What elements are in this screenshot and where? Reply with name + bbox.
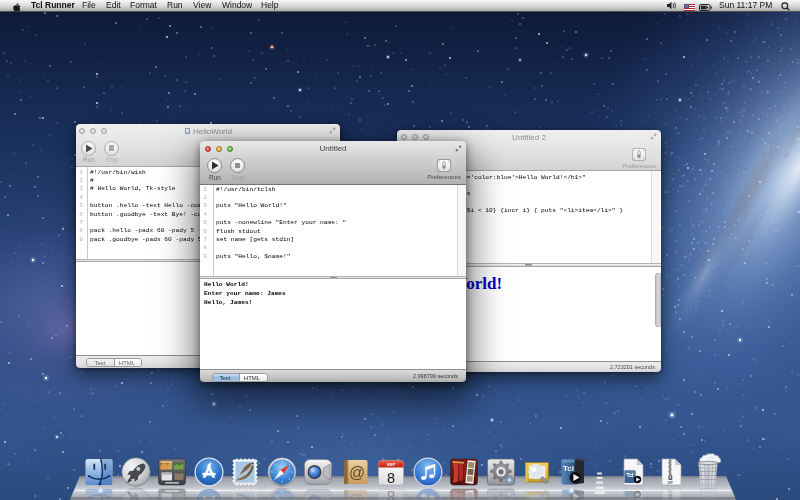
svg-text:@: @ — [349, 464, 365, 481]
svg-text:SEP: SEP — [387, 462, 396, 467]
svg-text:ZIP: ZIP — [667, 481, 673, 485]
svg-text:8: 8 — [387, 470, 395, 486]
svg-text:Tcl: Tcl — [626, 472, 634, 478]
svg-text:Tcl: Tcl — [563, 464, 574, 473]
